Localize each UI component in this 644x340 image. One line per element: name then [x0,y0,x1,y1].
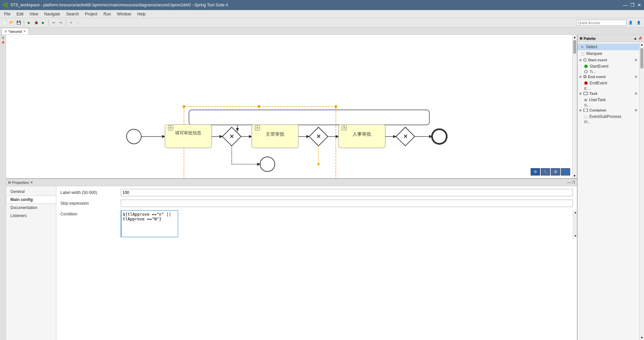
properties-tabs: General Main config Documentation Listen… [6,186,56,340]
tool-btn-degree[interactable]: °, [541,168,550,176]
palette-marquee-tool[interactable]: ⬚ Marquee [578,50,639,57]
task-2-label: S... [584,103,590,107]
menu-help[interactable]: Help [135,11,148,17]
palette-start-event[interactable]: StartEvent [578,63,639,70]
diagram-area[interactable]: ⊞ 填写审批信息 ✕ ⊞ 主管审批 ✕ [6,35,577,179]
tab-listeners-label: Listeners [10,213,27,218]
toolbar-group-1: 📄 📂 💾 [1,19,22,26]
palette-task-2[interactable]: S... [578,103,639,107]
cond-scroll-down[interactable]: ▼ [574,234,577,237]
event-subprocess-label: EventSubProcess [589,114,621,119]
tab-main-config[interactable]: Main config [6,196,56,204]
menu-view[interactable]: View [27,11,41,17]
palette-end-event[interactable]: EndEvent [578,80,639,86]
palette-section-container[interactable]: ▶ Container ⊙ [578,107,639,113]
svg-point-2 [258,105,260,108]
menu-window[interactable]: Window [114,11,134,17]
toolbar-person2[interactable]: 👤 [635,19,643,26]
condition-row: Condition ${tlApprove =="n" || tlApprove… [60,210,573,238]
tool-btn-person[interactable]: 👤 [561,168,570,176]
diagram-vscroll[interactable]: ▲ ▼ [572,35,577,178]
palette-scroll-top[interactable]: ▲ [640,42,644,47]
event-subprocess-icon: ⬚ [584,115,587,119]
svg-text:⊞: ⊞ [256,126,259,129]
toolbar-run[interactable]: ▶ [26,19,33,26]
tab-close[interactable]: ✕ [23,29,26,33]
palette-event-subprocess[interactable]: ⬚ EventSubProcess [578,113,639,120]
close-button[interactable]: ✕ [637,2,641,8]
toolbar-save[interactable]: 💾 [15,19,22,26]
toolbar-new[interactable]: 📄 [1,19,8,26]
tab-documentation-label: Documentation [10,205,38,210]
palette-header-right: ▲ 📌 [634,37,642,40]
svg-point-1 [182,105,185,108]
tool-btn-chinese[interactable]: 中 [531,168,540,176]
properties-icon: ⊞ [8,181,11,184]
tab-documentation[interactable]: Documentation [6,204,56,212]
toolbar-debug[interactable]: 🐞 [33,19,40,26]
palette-body-wrapper: ↖ Select ⬚ Marquee ▶ Start event ⊙ [578,42,644,340]
palette-start-event-2[interactable]: Ti... [578,70,639,74]
palette-scroll-up-btn[interactable]: ▲ [634,37,637,40]
props-max-icon[interactable]: ❐ [572,181,575,184]
menu-project[interactable]: Project [82,11,100,17]
label-width-input[interactable] [121,189,573,196]
end-event-label: EndEvent [590,81,607,85]
properties-close-icon[interactable]: ✕ [30,181,33,184]
tool-btn-half[interactable]: 半 [551,168,560,176]
palette-container-2[interactable]: Fl... [578,120,639,124]
palette-pin-icon[interactable]: 📌 [638,37,642,40]
quick-access-input[interactable] [576,20,627,26]
cond-scroll-up[interactable]: ▲ [574,211,577,214]
tab-listeners[interactable]: Listeners [6,212,56,220]
menu-run[interactable]: Run [101,11,114,17]
gutter-icon: ⚙ [2,36,4,40]
label-width-label: Label width (50-500) [60,189,121,195]
start-event-2-label: Ti... [590,70,596,74]
skip-expression-row: Skip expression [60,200,573,208]
skip-expression-input[interactable] [121,200,573,207]
scroll-up-arrow[interactable]: ▲ [573,35,577,40]
tab-general[interactable]: General [6,188,56,196]
toolbar-undo[interactable]: ↩ [50,19,57,26]
properties-header-left: ⊞ Properties ✕ [8,181,33,185]
palette-section-start[interactable]: ▶ Start event ⊙ [578,57,639,63]
palette-scroll-bottom[interactable]: ▼ [640,335,644,340]
menu-navigate[interactable]: Navigate [42,11,63,17]
palette-scroll-thumb[interactable] [640,48,643,68]
toolbar-open[interactable]: 📂 [8,19,15,26]
marquee-icon: ⬚ [581,52,584,56]
task-section-label: Task [589,91,597,95]
condition-scrollbar[interactable]: ▲ ▼ [573,210,577,238]
start-section-arrow: ▶ [580,58,582,62]
maximize-button[interactable]: ❐ [630,2,635,8]
props-min-icon[interactable]: — [567,181,571,184]
svg-text:⊞: ⊞ [343,126,345,129]
titlebar-controls: — ❐ ✕ [623,2,641,8]
menu-edit[interactable]: Edit [14,11,26,17]
menu-search[interactable]: Search [63,11,82,17]
palette-section-end[interactable]: ▶ End event ⊙ [578,74,639,80]
palette-user-task[interactable]: ⊞ UserTask [578,96,639,103]
menu-file[interactable]: File [1,11,13,17]
properties-content: Label width (50-500) Skip expression Con… [56,186,577,340]
container-section-label: Container [589,108,606,112]
palette-section-task[interactable]: ▶ Task ⊙ [578,90,639,96]
toolbar-zoom-in[interactable]: + [68,19,74,26]
properties-body: General Main config Documentation Listen… [6,186,577,340]
toolbar-run2[interactable]: ▶ [40,19,47,26]
palette-scrollbar[interactable]: ▲ ▼ [639,42,644,340]
palette-grid-icon: ⊞ [580,37,582,40]
user-task-icon: ⊞ [584,98,587,102]
scroll-down-arrow[interactable]: ▼ [572,174,577,178]
palette-end-event-2[interactable]: E... [578,86,639,90]
toolbar-person1[interactable]: 👤 [627,19,635,26]
gutter-icon2: 📌 [1,41,5,44]
toolbar-redo[interactable]: ↪ [57,19,64,26]
condition-textarea[interactable]: ${tlApprove =="n" || tlApprove =="N"} [121,210,178,237]
scroll-thumb[interactable] [573,40,576,54]
tab-second[interactable]: ⚙ *second ✕ [1,28,29,35]
toolbar-zoom-out[interactable]: - [75,19,82,26]
minimize-button[interactable]: — [623,2,628,8]
palette-select-tool[interactable]: ↖ Select [578,44,639,50]
